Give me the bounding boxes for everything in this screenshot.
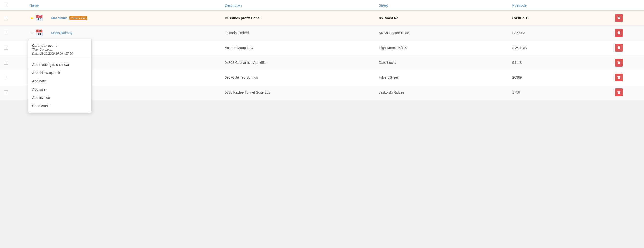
row-checkbox-cell (0, 70, 26, 85)
table-row: ☆ 04808 Ceasar Isle Apt. 651 Dare Locks … (0, 55, 644, 70)
svg-rect-27 (618, 92, 620, 94)
svg-rect-28 (618, 92, 618, 93)
popup-title-label: Title: (32, 48, 38, 51)
row-action-cell (611, 11, 644, 26)
street-value: Hilpert Green (379, 76, 399, 79)
header-description-label: Description (225, 3, 242, 7)
svg-rect-23 (618, 77, 618, 78)
row-checkbox[interactable] (4, 76, 8, 79)
row-postcode-cell: 1758 (508, 85, 611, 100)
row-checkbox[interactable] (4, 90, 8, 94)
svg-rect-12 (618, 47, 620, 49)
row-street-cell: Dare Locks (375, 55, 508, 70)
delete-button[interactable] (615, 14, 623, 22)
row-postcode-cell: LA6 9FA (508, 26, 611, 40)
delete-button[interactable] (615, 29, 623, 37)
street-value: High Street 14/100 (379, 46, 408, 50)
select-all-checkbox[interactable] (4, 3, 8, 7)
svg-rect-20 (618, 76, 620, 77)
popup-add-meeting[interactable]: Add meeting to calendar (28, 60, 91, 69)
star-icon[interactable]: ★ (30, 15, 34, 21)
row-street-cell: Hilpert Green (375, 70, 508, 85)
popup-event-title: Calendar event (32, 44, 88, 47)
row-postcode-cell: SW11BW (508, 40, 611, 55)
row-checkbox-cell (0, 55, 26, 70)
popup-event-details-date: Date: 23/10/2019 16:00 - 17:00 (32, 52, 88, 55)
calendar-icon[interactable]: APR 22 (36, 15, 43, 21)
row-checkbox[interactable] (4, 16, 8, 20)
row-name-cell: ★ APR 22 Mat Smith Super client (26, 11, 221, 26)
delete-button[interactable] (615, 74, 623, 81)
svg-rect-17 (618, 62, 620, 64)
svg-rect-10 (618, 46, 620, 47)
row-description-cell: Testoria Limited (221, 26, 375, 40)
postcode-value: 94148 (512, 61, 522, 65)
svg-rect-1 (618, 17, 620, 17)
row-checkbox-cell (0, 40, 26, 55)
svg-rect-25 (618, 91, 620, 91)
svg-rect-11 (618, 47, 620, 47)
contact-name[interactable]: Mat Smith (51, 16, 68, 20)
row-checkbox[interactable] (4, 46, 8, 50)
calendar-icon[interactable]: APR 23 (36, 29, 43, 36)
popup-header: Calendar event Title: Car clean Date: 23… (28, 42, 91, 56)
table-row: ☆ APR 23 Marta Daimny Testoria Limited 5… (0, 26, 644, 40)
row-checkbox-cell (0, 11, 26, 26)
row-description-cell: 5738 Kaylee Tunnel Suite 253 (221, 85, 375, 100)
delete-button[interactable] (615, 59, 623, 67)
svg-rect-8 (618, 33, 618, 34)
row-description-cell: 04808 Ceasar Isle Apt. 651 (221, 55, 375, 70)
svg-rect-3 (618, 18, 618, 19)
svg-rect-9 (619, 33, 619, 34)
postcode-value: SW11BW (512, 46, 527, 50)
svg-rect-21 (618, 77, 620, 77)
delete-button[interactable] (615, 44, 623, 52)
star-icon[interactable]: ☆ (30, 30, 34, 36)
row-checkbox[interactable] (4, 61, 8, 65)
row-street-cell: 86 Coast Rd (375, 11, 508, 26)
table-header: Name Description Street Postcode (0, 0, 644, 11)
street-value: 54 Castledore Road (379, 31, 410, 35)
row-action-cell (611, 55, 644, 70)
svg-rect-0 (618, 16, 620, 17)
row-checkbox-cell (0, 85, 26, 100)
trash-icon (617, 61, 620, 64)
delete-button[interactable] (615, 88, 623, 96)
row-action-cell (611, 70, 644, 85)
svg-rect-15 (618, 61, 620, 62)
row-description-cell: Asante Group LLC (221, 40, 375, 55)
svg-rect-29 (619, 92, 619, 93)
row-checkbox-cell (0, 26, 26, 40)
popup-send-email[interactable]: Send email (28, 102, 91, 110)
svg-rect-6 (618, 32, 620, 32)
trash-icon (617, 76, 620, 79)
contacts-table: Name Description Street Postcode (0, 0, 644, 100)
row-action-cell (611, 40, 644, 55)
popup-add-invoice[interactable]: Add invoice (28, 94, 91, 102)
postcode-value: 26989 (512, 76, 522, 79)
bottom-area (0, 100, 644, 149)
svg-rect-4 (619, 18, 619, 19)
row-street-cell: High Street 14/100 (375, 40, 508, 55)
contacts-table-container: Name Description Street Postcode (0, 0, 644, 100)
popup-add-follow-up[interactable]: Add follow up task (28, 69, 91, 77)
popup-event-details-title: Title: Car clean (32, 48, 88, 51)
trash-icon (617, 16, 620, 20)
row-name-cell: ☆ APR 23 Marta Daimny (26, 26, 221, 40)
svg-rect-16 (618, 62, 620, 62)
popup-add-note[interactable]: Add note (28, 77, 91, 85)
contact-name[interactable]: Marta Daimny (51, 31, 72, 35)
postcode-value: LA6 9FA (512, 31, 526, 35)
row-checkbox[interactable] (4, 31, 8, 35)
street-value: 86 Coast Rd (379, 16, 399, 20)
header-name-label: Name (30, 3, 38, 7)
popup-title-value: Car clean (39, 48, 52, 51)
description-value: 69570 Jeffrey Springs (225, 76, 258, 79)
row-description-cell: 69570 Jeffrey Springs (221, 70, 375, 85)
popup-date-value: 23/10/2019 16:00 - 17:00 (40, 52, 73, 55)
popup-add-sale[interactable]: Add sale (28, 85, 91, 94)
header-checkbox-col (0, 0, 26, 11)
row-action-cell (611, 26, 644, 40)
street-value: Jaskolski Ridges (379, 90, 404, 94)
table-row: ★ APR 22 Mat Smith Super client Bussines… (0, 11, 644, 26)
